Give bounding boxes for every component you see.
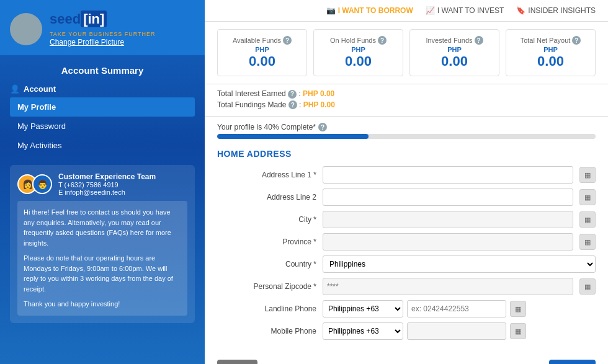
address-line1-label: Address Line 1 *	[217, 171, 316, 179]
nav-links: 📷 I WANT TO BORROW 📈 I WANT TO INVEST 🔖 …	[326, 6, 596, 15]
support-info: Customer Experience Team T (+632) 7586 4…	[58, 172, 156, 196]
back-button[interactable]: Back	[217, 360, 257, 364]
city-row: City * ▦	[217, 211, 596, 228]
profile-complete-text: Your profile is 40% Complete* ?	[217, 123, 596, 131]
logo-seed: seed	[50, 11, 81, 27]
landline-input[interactable]	[407, 300, 506, 317]
change-profile-pic-link[interactable]: Change Profile Picture	[50, 38, 124, 47]
profile-complete-section: Your profile is 40% Complete* ?	[205, 117, 608, 143]
stat-total-net-payout: Total Net Payout ? PHP 0.00	[506, 29, 596, 76]
mobile-input[interactable]	[407, 322, 506, 340]
mobile-icon[interactable]: ▦	[510, 323, 526, 339]
main-content: 📷 I WANT TO BORROW 📈 I WANT TO INVEST 🔖 …	[205, 0, 608, 364]
landline-row: Landline Phone Philippines +63 ▦	[217, 300, 596, 317]
zipcode-input[interactable]	[323, 278, 573, 295]
insights-link[interactable]: 🔖 INSIDER INSIGHTS	[516, 6, 596, 15]
progress-bar	[217, 134, 596, 139]
logo-tagline: TAKE YOUR BUSINESS FURTHER	[50, 31, 156, 37]
camera-icon: 📷	[326, 6, 336, 15]
support-phone: T (+632) 7586 4919	[58, 181, 156, 189]
onhold-info-icon[interactable]: ?	[378, 36, 387, 45]
zipcode-label: Personal Zipcode *	[217, 282, 316, 291]
sidebar: seed[in] TAKE YOUR BUSINESS FURTHER Chan…	[0, 0, 205, 364]
totals-row: Total Interest Earned ? : PHP 0.00 Total…	[205, 84, 608, 117]
chart-icon: 📈	[426, 6, 435, 15]
stat-invested-funds: Invested Funds ? PHP 0.00	[409, 29, 499, 76]
address-line2-row: Address Line 2 ▦	[217, 189, 596, 206]
account-section-header: 👤 Account	[10, 81, 195, 97]
province-icon[interactable]: ▦	[579, 234, 596, 250]
sidebar-item-my-password[interactable]: My Password	[10, 117, 195, 136]
landline-icon[interactable]: ▦	[510, 301, 526, 317]
province-row: Province * ▦	[217, 233, 596, 251]
sidebar-item-my-activities[interactable]: My Activities	[10, 136, 195, 155]
mobile-wrap: Philippines +63 ▦	[323, 322, 596, 340]
top-nav: 📷 I WANT TO BORROW 📈 I WANT TO INVEST 🔖 …	[205, 0, 608, 22]
section-title: HOME ADDRESS	[217, 149, 596, 159]
payout-info-icon[interactable]: ?	[572, 36, 581, 45]
city-icon[interactable]: ▦	[579, 211, 596, 228]
province-label: Province *	[217, 237, 316, 246]
mobile-country-select[interactable]: Philippines +63	[323, 322, 403, 340]
account-summary-title: Account Summary	[0, 55, 205, 81]
address-line1-input[interactable]	[323, 166, 573, 184]
sidebar-top: seed[in] TAKE YOUR BUSINESS FURTHER Chan…	[0, 0, 205, 55]
fundings-info-icon[interactable]: ?	[288, 100, 297, 109]
province-input[interactable]	[323, 233, 573, 251]
support-box: 👩 👨 Customer Experience Team T (+632) 75…	[10, 165, 195, 323]
support-email: E infoph@seedin.tech	[58, 189, 156, 196]
msg-3: Thank you and happy investing!	[24, 299, 181, 309]
msg-1: Hi there! Feel free to contact us should…	[24, 207, 181, 248]
mobile-label: Mobile Phone	[217, 327, 316, 335]
sidebar-menu: 👤 Account My Profile My Password My Acti…	[0, 81, 205, 155]
city-label: City *	[217, 215, 316, 224]
progress-bar-fill	[217, 134, 369, 139]
country-label: Country *	[217, 260, 316, 269]
account-icon: 👤	[10, 84, 20, 94]
interest-info-icon[interactable]: ?	[288, 90, 297, 99]
stats-row: Available Funds ? PHP 0.00 On Hold Funds…	[205, 22, 608, 84]
invested-info-icon[interactable]: ?	[475, 36, 483, 45]
address-line2-input[interactable]	[323, 189, 573, 206]
address-line2-label: Address Line 2	[217, 193, 316, 202]
country-select[interactable]: Philippines	[323, 255, 596, 273]
msg-2: Please do note that our operating hours …	[24, 253, 181, 294]
available-info-icon[interactable]: ?	[283, 36, 292, 45]
zipcode-row: Personal Zipcode * ▦	[217, 278, 596, 295]
total-fundings-row: Total Fundings Made ? : PHP 0.00	[217, 100, 596, 110]
avatar	[10, 13, 42, 45]
landline-country-select[interactable]: Philippines +63	[323, 300, 403, 317]
footer-buttons: Back Next	[205, 355, 608, 364]
total-interest-row: Total Interest Earned ? : PHP 0.00	[217, 89, 596, 99]
support-avatar-2: 👨	[32, 174, 52, 194]
bookmark-icon: 🔖	[516, 6, 525, 15]
next-button[interactable]: Next	[549, 360, 596, 364]
home-address-form: HOME ADDRESS Address Line 1 * ▦ Address …	[205, 143, 608, 355]
mobile-row: Mobile Phone Philippines +63 ▦	[217, 322, 596, 340]
support-header: 👩 👨 Customer Experience Team T (+632) 75…	[17, 172, 187, 196]
profile-info-icon[interactable]: ?	[318, 123, 327, 131]
support-avatars: 👩 👨	[17, 174, 52, 194]
landline-label: Landline Phone	[217, 304, 316, 313]
country-row: Country * Philippines	[217, 255, 596, 273]
city-input[interactable]	[323, 211, 573, 228]
address-line2-icon[interactable]: ▦	[579, 189, 596, 205]
borrow-link[interactable]: 📷 I WANT TO BORROW	[326, 6, 413, 15]
logo-in: [in]	[81, 11, 107, 27]
landline-wrap: Philippines +63 ▦	[323, 300, 596, 317]
support-name: Customer Experience Team	[58, 172, 156, 181]
sidebar-item-my-profile[interactable]: My Profile	[10, 97, 195, 117]
address-line1-icon[interactable]: ▦	[579, 167, 596, 183]
stat-on-hold-funds: On Hold Funds ? PHP 0.00	[313, 29, 403, 76]
zipcode-icon[interactable]: ▦	[579, 278, 596, 295]
invest-link[interactable]: 📈 I WANT TO INVEST	[426, 6, 504, 15]
stat-available-funds: Available Funds ? PHP 0.00	[217, 29, 307, 76]
support-message: Hi there! Feel free to contact us should…	[17, 201, 187, 316]
address-line1-row: Address Line 1 * ▦	[217, 166, 596, 184]
